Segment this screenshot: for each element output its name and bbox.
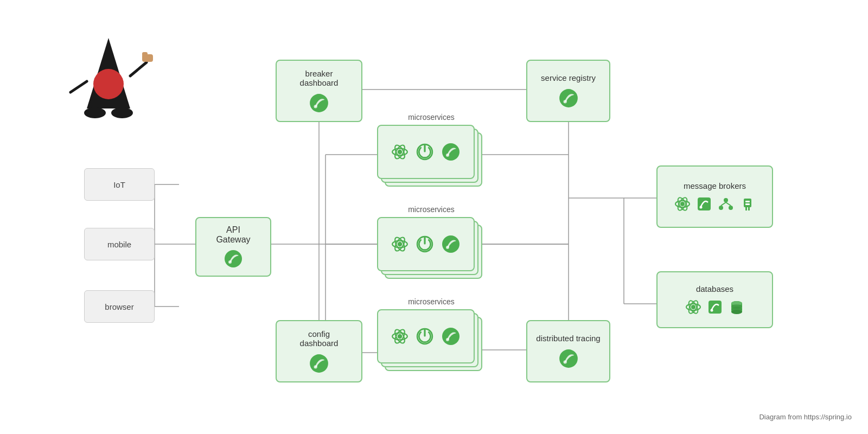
ms3-leaf-icon	[441, 327, 461, 346]
svg-point-44	[699, 206, 702, 209]
databases-label: databases	[696, 284, 733, 293]
svg-point-32	[314, 105, 317, 108]
message-brokers-icons	[674, 196, 756, 212]
svg-point-38	[563, 360, 566, 363]
footer-text: Diagram from https://spring.io	[759, 413, 852, 421]
svg-point-28	[111, 107, 133, 118]
ms1-label: microservices	[382, 113, 480, 122]
client-browser-label: browser	[105, 302, 133, 311]
svg-point-33	[559, 89, 578, 107]
distributed-tracing-box: distributed tracing	[526, 320, 610, 382]
svg-rect-43	[698, 197, 711, 210]
service-registry-label: service registry	[541, 73, 596, 82]
svg-point-73	[442, 143, 459, 161]
svg-rect-25	[142, 52, 148, 56]
databases-box: databases	[656, 271, 773, 328]
config-spring-leaf-icon	[309, 353, 329, 374]
mascot	[54, 33, 163, 130]
message-brokers-label: message brokers	[684, 181, 746, 190]
svg-line-26	[71, 81, 87, 92]
svg-point-74	[446, 154, 449, 157]
ms1-leaf-icon	[441, 142, 461, 162]
svg-point-45	[724, 198, 728, 202]
client-browser: browser	[84, 290, 155, 323]
spring-icon	[696, 196, 712, 212]
distributed-tracing-leaf-icon	[558, 348, 579, 369]
svg-point-39	[680, 202, 685, 206]
db-atom-icon	[685, 299, 701, 315]
ms1-atom-icon	[391, 143, 409, 161]
svg-point-30	[228, 260, 232, 264]
svg-point-66	[731, 307, 742, 311]
client-iot: IoT	[84, 168, 155, 201]
ms1-power-icon	[416, 143, 433, 161]
ms3-atom-icon	[391, 328, 409, 345]
ms2-label: microservices	[382, 205, 480, 214]
client-mobile: mobile	[84, 228, 155, 260]
config-dashboard-label: configdashboard	[300, 329, 339, 348]
svg-line-23	[130, 62, 146, 76]
svg-point-31	[310, 94, 328, 112]
client-mobile-label: mobile	[107, 240, 131, 249]
ms2-leaf-icon	[441, 234, 461, 254]
svg-point-37	[559, 349, 578, 368]
svg-point-55	[691, 305, 695, 309]
svg-point-46	[719, 206, 723, 210]
svg-rect-54	[745, 203, 750, 205]
kafka-icon	[718, 196, 734, 212]
spring-leaf-icon	[224, 249, 243, 269]
svg-point-29	[225, 250, 242, 267]
svg-line-49	[726, 202, 731, 206]
svg-point-83	[398, 334, 403, 339]
svg-rect-52	[748, 207, 750, 210]
svg-point-36	[314, 365, 317, 368]
atom-icon	[674, 196, 691, 212]
service-registry-leaf-icon	[558, 88, 579, 108]
service-registry-box: service registry	[526, 60, 610, 122]
svg-point-60	[710, 309, 713, 312]
databases-icons	[685, 299, 745, 315]
config-dashboard-box: configdashboard	[276, 320, 362, 382]
breaker-dashboard-box: breakerdashboard	[276, 60, 362, 122]
svg-point-22	[93, 69, 124, 99]
ms2-power-icon	[416, 235, 433, 253]
svg-point-81	[442, 235, 459, 253]
distributed-tracing-label: distributed tracing	[536, 334, 600, 343]
svg-point-47	[729, 206, 733, 210]
ms3-label: microservices	[382, 297, 480, 306]
api-gateway-box: APIGateway	[195, 217, 271, 277]
ms3-power-icon	[416, 328, 433, 345]
db-spring-icon	[707, 299, 723, 315]
message-brokers-box: message brokers	[656, 165, 773, 228]
footer-label: Diagram from https://spring.io	[759, 413, 852, 421]
svg-point-75	[398, 242, 403, 247]
svg-point-82	[446, 246, 449, 249]
breaker-spring-leaf-icon	[309, 93, 329, 113]
svg-point-27	[84, 107, 106, 118]
svg-rect-50	[744, 199, 751, 207]
database-cylinder-icon	[729, 299, 745, 315]
svg-line-48	[721, 202, 726, 206]
ms2-atom-icon	[391, 235, 409, 253]
client-iot-label: IoT	[113, 180, 125, 189]
svg-point-34	[563, 100, 566, 103]
svg-point-67	[398, 150, 403, 155]
breaker-dashboard-label: breakerdashboard	[300, 69, 339, 87]
svg-rect-51	[745, 207, 747, 210]
svg-point-90	[446, 338, 449, 341]
rabbitmq-icon	[739, 196, 756, 212]
svg-point-35	[310, 354, 328, 373]
svg-point-89	[442, 328, 459, 345]
svg-rect-53	[745, 201, 750, 202]
diagram-container: IoT mobile browser APIGateway breakerdas…	[0, 0, 868, 434]
svg-rect-59	[709, 301, 722, 314]
api-gateway-label: APIGateway	[216, 225, 250, 245]
